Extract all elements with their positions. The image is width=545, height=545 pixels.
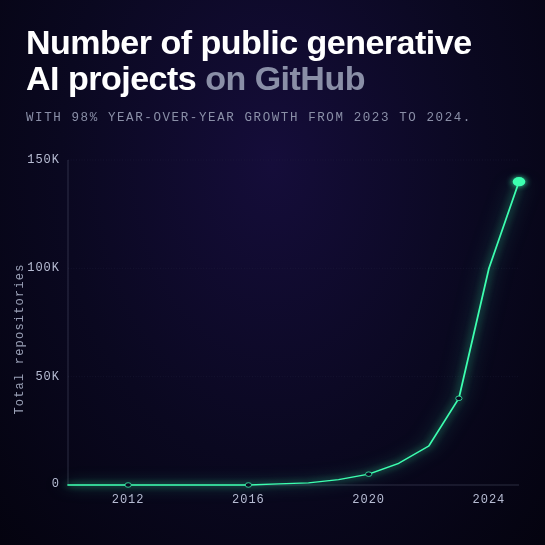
data-point — [513, 177, 526, 186]
plot-region — [68, 160, 519, 485]
chart-title: Number of public generative AI projects … — [26, 24, 519, 97]
y-ticks: 0 50K 100K 150K — [26, 160, 68, 485]
y-axis-label: Total repositories — [13, 263, 27, 414]
y-tick: 150K — [27, 153, 60, 167]
gridlines — [68, 160, 519, 377]
x-ticks: 2012 2016 2020 2024 — [68, 493, 519, 513]
title-line2a: AI projects — [26, 59, 205, 97]
data-points — [125, 177, 525, 487]
chart-area: Total repositories 0 50K 100K 150K — [26, 160, 519, 517]
x-tick: 2024 — [473, 493, 506, 507]
y-tick: 50K — [35, 370, 60, 384]
data-line — [68, 182, 519, 485]
chart-svg — [68, 160, 519, 485]
axes — [68, 160, 519, 485]
x-tick: 2016 — [232, 493, 265, 507]
y-tick: 100K — [27, 261, 60, 275]
title-line2-muted: on GitHub — [205, 59, 365, 97]
chart-subtitle: WITH 98% YEAR-OVER-YEAR GROWTH FROM 2023… — [26, 111, 519, 125]
title-line1: Number of public generative — [26, 23, 472, 61]
chart-card: Number of public generative AI projects … — [0, 0, 545, 545]
y-tick: 0 — [52, 477, 60, 491]
x-tick: 2020 — [352, 493, 385, 507]
data-point — [125, 483, 131, 488]
data-point — [456, 396, 462, 401]
data-point — [366, 472, 372, 477]
x-tick: 2012 — [112, 493, 145, 507]
data-point — [245, 483, 251, 488]
